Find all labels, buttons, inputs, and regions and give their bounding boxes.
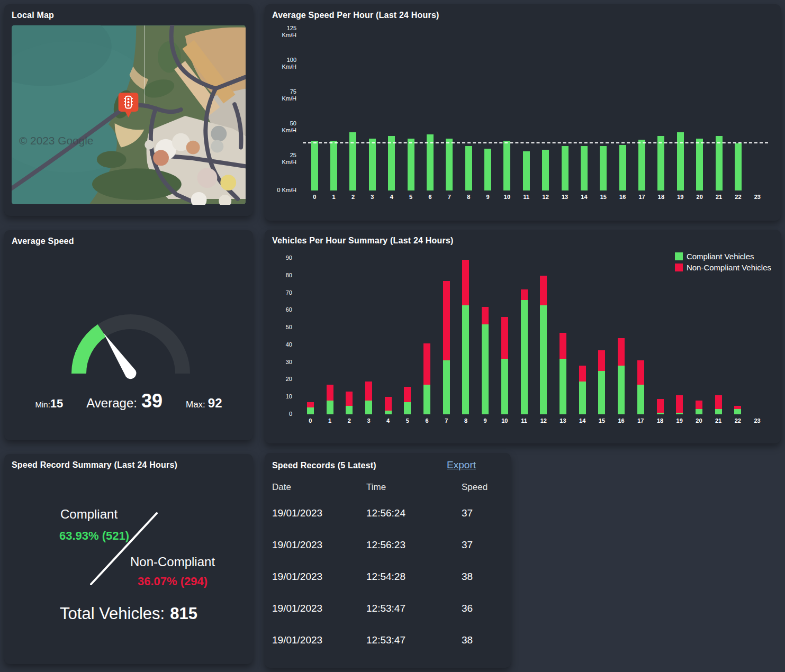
x-label-17: 17 (632, 194, 651, 200)
x-label-23: 23 (748, 194, 767, 200)
bar-slot-hour-0 (305, 32, 324, 190)
bar-slot-hour-10 (498, 32, 517, 190)
gauge-max-value: 92 (208, 396, 222, 410)
x-label-0: 0 (301, 417, 320, 424)
gauge-min: Min:15 (35, 397, 63, 411)
noncompliant-percentage: 36.07% (294) (138, 575, 207, 588)
total-vehicles: Total Vehicles:815 (4, 604, 253, 623)
records-table: Date Time Speed 19/01/202312:56:243719/0… (272, 477, 503, 656)
vehicles-plot (301, 258, 767, 414)
y-tick-80: 80 (286, 272, 292, 279)
gauge-max: Max:92 (186, 396, 222, 411)
bar-slot-hour-18 (652, 32, 671, 190)
satellite-map[interactable]: © 2023 Google (12, 25, 246, 205)
y-tick-90: 90 (286, 255, 292, 261)
bar-slot-hour-3 (363, 32, 382, 190)
bar-slot-hour-9 (478, 32, 497, 190)
x-label-9: 9 (475, 417, 495, 424)
speed-bar-hour-16 (619, 145, 626, 190)
compliant-segment (637, 385, 644, 414)
stack-slot-hour-20 (689, 258, 709, 414)
stack-slot-hour-8 (456, 258, 476, 414)
gauge-average-label: Average: (86, 396, 137, 410)
stacked-bar-hour-22 (734, 406, 741, 414)
stack-slot-hour-11 (515, 258, 534, 414)
stacked-bar-hour-7 (443, 281, 450, 414)
speed-bar-hour-18 (657, 136, 664, 190)
compliant-segment (676, 413, 683, 414)
x-label-3: 3 (363, 194, 382, 200)
avg-speed-chart-title: Average Speed Per Hour (Last 24 Hours) (272, 11, 773, 20)
compliant-segment (404, 402, 411, 414)
x-label-12: 12 (534, 417, 553, 424)
x-label-8: 8 (459, 194, 478, 200)
stack-slot-hour-9 (475, 258, 495, 414)
x-label-2: 2 (344, 194, 363, 200)
stacked-bar-hour-10 (501, 317, 508, 414)
noncompliant-segment (521, 289, 528, 300)
avg-speed-x-axis: 01234567891011121314151617181920212223 (305, 194, 767, 200)
map-image[interactable]: © 2023 Google (12, 25, 246, 205)
y-tick-60: 60 (286, 307, 292, 314)
x-label-23: 23 (747, 417, 767, 424)
stack-slot-hour-22 (728, 258, 747, 414)
column-header-speed: Speed (462, 477, 503, 497)
x-label-12: 12 (536, 194, 555, 200)
record-row-1-speed: 37 (462, 529, 503, 561)
bar-slot-hour-23 (748, 32, 767, 190)
stack-slot-hour-16 (611, 258, 631, 414)
x-label-8: 8 (456, 417, 476, 424)
dashboard: Local Map (0, 0, 785, 672)
x-label-13: 13 (553, 417, 573, 424)
speed-bar-hour-4 (388, 136, 395, 190)
stacked-bar-hour-5 (404, 387, 411, 414)
compliant-segment (482, 324, 489, 414)
vehicles-chart: Compliant VehiclesNon-Compliant Vehicles… (272, 252, 773, 429)
bar-slot-hour-17 (632, 32, 651, 190)
export-link[interactable]: Export (447, 459, 476, 471)
gauge-min-value: 15 (50, 397, 63, 410)
gauge-average-value: 39 (141, 390, 163, 412)
bar-slot-hour-15 (594, 32, 613, 190)
legend-label: Non-Compliant Vehicles (687, 262, 771, 273)
gauge-labels: Min:15 Average:39 Max:92 (35, 390, 222, 412)
y-tick-10: 10 (286, 394, 292, 401)
x-label-16: 16 (611, 417, 631, 424)
speed-bar-hour-17 (638, 140, 645, 190)
x-label-10: 10 (498, 194, 517, 200)
x-label-7: 7 (440, 194, 459, 200)
bar-slot-hour-14 (574, 32, 593, 190)
left-column: Local Map (4, 4, 253, 668)
bar-slot-hour-5 (401, 32, 420, 190)
x-label-17: 17 (631, 417, 651, 424)
local-map-panel: Local Map (4, 4, 253, 216)
legend-label: Compliant Vehicles (687, 251, 754, 262)
stacked-bar-hour-9 (482, 307, 489, 414)
stack-slot-hour-5 (398, 258, 418, 414)
x-label-7: 7 (437, 417, 456, 424)
record-row-2-speed: 38 (462, 561, 503, 593)
y-tick-70: 70 (286, 289, 292, 296)
speed-bar-hour-0 (311, 141, 318, 190)
x-label-15: 15 (592, 417, 612, 424)
vehicles-per-hour-panel: Vehicles Per Hour Summary (Last 24 Hours… (265, 230, 781, 443)
record-row-1-date: 19/01/2023 (272, 529, 366, 561)
x-label-18: 18 (652, 194, 671, 200)
bar-slot-hour-20 (690, 32, 709, 190)
traffic-light-icon (124, 96, 133, 108)
noncompliant-segment (385, 397, 392, 411)
bar-slot-hour-11 (517, 32, 536, 190)
stack-slot-hour-2 (339, 258, 359, 414)
noncompliant-segment (443, 281, 450, 361)
record-row-0-time: 12:56:24 (366, 497, 462, 529)
stack-slot-hour-3 (359, 258, 378, 414)
stacked-bar-hour-3 (365, 382, 372, 414)
noncompliant-segment (637, 360, 644, 385)
noncompliant-segment (540, 276, 547, 305)
bar-slot-hour-12 (536, 32, 555, 190)
noncompliant-segment (404, 387, 411, 403)
bar-slot-hour-16 (613, 32, 632, 190)
bar-slot-hour-21 (709, 32, 728, 190)
y-tick-25: 25 Km/H (282, 152, 297, 166)
compliant-segment (579, 382, 586, 414)
